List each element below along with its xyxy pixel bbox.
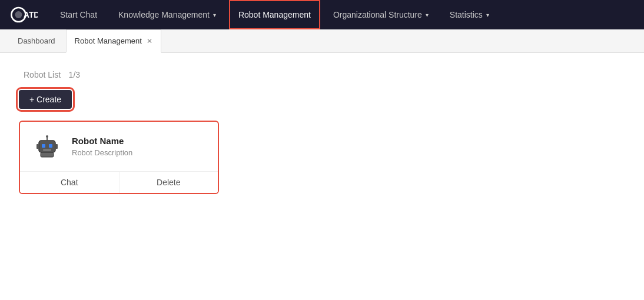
svg-rect-4 xyxy=(42,144,45,148)
robot-chat-button[interactable]: Chat xyxy=(20,172,119,193)
tab-close-icon[interactable]: ✕ xyxy=(147,37,152,45)
tab-robot-management[interactable]: Robot Management ✕ xyxy=(66,29,161,53)
tab-dashboard[interactable]: Dashboard xyxy=(9,29,64,53)
robot-description: Robot Description xyxy=(72,148,132,157)
main-content: Robot List 1/3 + Create xyxy=(0,53,644,208)
robot-card-actions: Chat Delete xyxy=(20,172,218,193)
svg-rect-9 xyxy=(41,152,54,157)
nav-robot-management[interactable]: Robot Management xyxy=(229,0,320,29)
logo: ATD xyxy=(9,5,38,24)
statistics-chevron-icon: ▾ xyxy=(486,12,489,18)
robot-card: Robot Name Robot Description Chat Delete xyxy=(19,121,219,194)
svg-rect-11 xyxy=(55,144,58,149)
knowledge-management-chevron-icon: ▾ xyxy=(213,12,216,18)
nav-start-chat[interactable]: Start Chat xyxy=(52,0,105,29)
svg-rect-10 xyxy=(36,144,39,149)
robot-name: Robot Name xyxy=(72,136,132,146)
navbar: ATD Start Chat Knowledge Management ▾ Ro… xyxy=(0,0,644,29)
svg-point-1 xyxy=(15,11,22,18)
nav-organizational-structure[interactable]: Organizational Structure ▾ xyxy=(325,0,437,29)
create-button[interactable]: + Create xyxy=(19,90,72,109)
robot-icon xyxy=(32,131,62,162)
robot-info: Robot Name Robot Description xyxy=(72,136,132,157)
robot-card-body: Robot Name Robot Description xyxy=(20,122,218,172)
svg-rect-6 xyxy=(43,149,51,151)
organizational-structure-chevron-icon: ▾ xyxy=(426,12,429,18)
page-title: Robot List 1/3 xyxy=(19,67,625,81)
nav-knowledge-management[interactable]: Knowledge Management ▾ xyxy=(110,0,224,29)
nav-statistics[interactable]: Statistics ▾ xyxy=(441,0,497,29)
tab-bar: Dashboard Robot Management ✕ xyxy=(0,29,644,53)
svg-rect-5 xyxy=(49,144,52,148)
robot-delete-button[interactable]: Delete xyxy=(119,172,218,193)
svg-point-8 xyxy=(46,135,48,138)
svg-text:ATD: ATD xyxy=(24,11,38,19)
